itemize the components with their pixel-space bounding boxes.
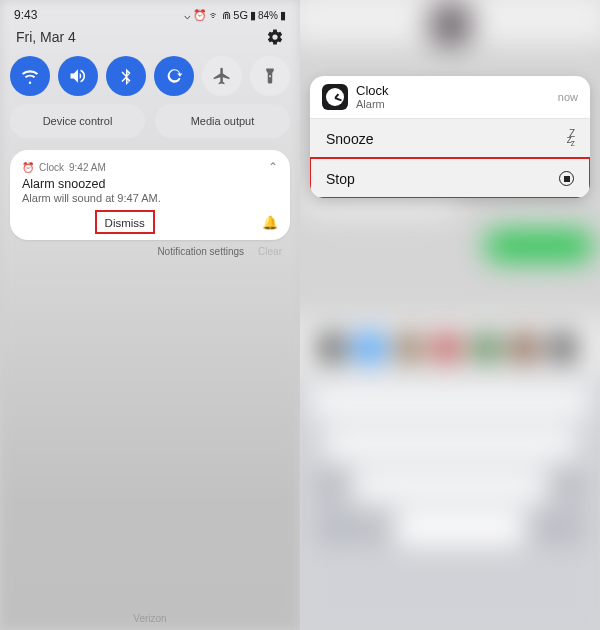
status-bar: 9:43 ⌵ ⏰ ᯤ ⋒ 5G ▮ 84% ▮ (0, 0, 300, 24)
snooze-icon: Z zz (565, 131, 574, 146)
notification-settings-link[interactable]: Notification settings (157, 246, 244, 257)
rotate-icon (164, 66, 184, 86)
quick-settings-row (0, 52, 300, 104)
bluetooth-icon: ⌵ (184, 9, 191, 22)
dismiss-highlight: Dismiss (97, 212, 153, 232)
alarm-icon: ⏰ (193, 9, 207, 22)
ios-alarm-banner: Clock Alarm now Snooze Z zz Stop (310, 76, 590, 198)
snooze-label: Snooze (326, 131, 373, 147)
qs-rotate[interactable] (154, 56, 194, 96)
battery-text: 84% (258, 10, 278, 21)
network-5g-icon: 5G (233, 9, 248, 21)
alarm-notification-card[interactable]: ⏰ Clock 9:42 AM ⌃ Alarm snoozed Alarm wi… (10, 150, 290, 240)
airplane-icon (212, 66, 232, 86)
media-output-button[interactable]: Media output (155, 104, 290, 138)
ios-banner-header[interactable]: Clock Alarm now (310, 76, 590, 118)
stop-icon (559, 171, 574, 186)
wifi-calling-icon: ᯤ (209, 9, 220, 21)
bluetooth-qs-icon (117, 67, 135, 85)
chevron-up-icon[interactable]: ⌃ (268, 160, 278, 174)
wifi-icon (20, 66, 40, 86)
bell-icon[interactable]: 🔔 (262, 215, 278, 230)
signal-icon: ▮ (250, 9, 256, 22)
ios-banner-when: now (558, 91, 578, 103)
battery-icon: ▮ (280, 9, 286, 22)
dismiss-button[interactable]: Dismiss (105, 217, 145, 229)
snooze-action[interactable]: Snooze Z zz (310, 118, 590, 158)
ios-banner-sub: Alarm (356, 98, 389, 110)
clear-all-button[interactable]: Clear (258, 246, 282, 257)
settings-gear-icon[interactable] (266, 28, 284, 46)
mobile-data-icon: ⋒ (222, 9, 231, 22)
carrier-label: Verizon (0, 613, 300, 624)
mute-icon (68, 66, 88, 86)
status-icons: ⌵ ⏰ ᯤ ⋒ 5G ▮ 84% ▮ (184, 9, 286, 22)
notification-title: Alarm snoozed (22, 177, 278, 191)
qs-sound[interactable] (58, 56, 98, 96)
stop-action[interactable]: Stop (310, 158, 590, 198)
stop-label: Stop (326, 171, 355, 187)
clock-app-icon (322, 84, 348, 110)
status-time: 9:43 (14, 8, 37, 22)
qs-airplane[interactable] (202, 56, 242, 96)
notification-app: Clock (39, 162, 64, 173)
flashlight-icon (261, 67, 279, 85)
qs-wifi[interactable] (10, 56, 50, 96)
ios-panel: Clock Alarm now Snooze Z zz Stop (300, 0, 600, 630)
panel-date: Fri, Mar 4 (16, 29, 76, 45)
qs-flashlight[interactable] (250, 56, 290, 96)
notification-body: Alarm will sound at 9:47 AM. (22, 192, 278, 204)
ios-banner-app: Clock (356, 84, 389, 98)
notification-time: 9:42 AM (69, 162, 106, 173)
device-control-button[interactable]: Device control (10, 104, 145, 138)
clock-app-icon: ⏰ (22, 162, 34, 173)
android-panel: 9:43 ⌵ ⏰ ᯤ ⋒ 5G ▮ 84% ▮ Fri, Mar 4 (0, 0, 300, 630)
qs-bluetooth[interactable] (106, 56, 146, 96)
